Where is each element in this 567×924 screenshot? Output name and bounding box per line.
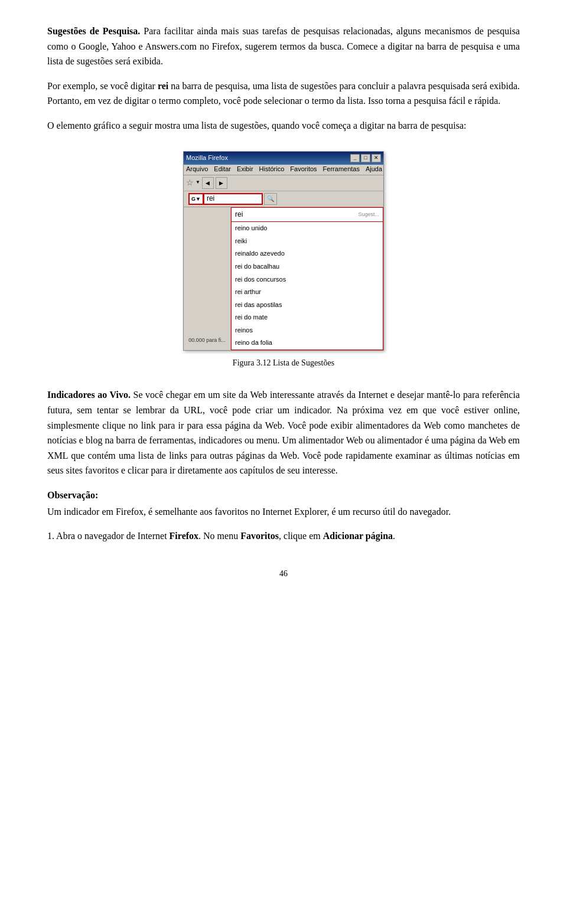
google-badge: G▼	[188, 193, 204, 205]
menu-exibir[interactable]: Exibir	[237, 164, 253, 175]
suggestion-item-7[interactable]: rei do mate	[232, 311, 383, 324]
suggestion-item-2[interactable]: reinaldo azevedo	[232, 247, 383, 260]
search-input[interactable]: rei	[204, 193, 263, 205]
browser-titlebar: Mozilla Firefox _ □ ✕	[184, 152, 383, 165]
paragraph-2: Por exemplo, se você digitar rei na barr…	[47, 79, 520, 109]
close-button[interactable]: ✕	[372, 154, 381, 162]
suggestion-item-0[interactable]: reino unido	[232, 222, 383, 235]
step-1-bold-adicionar: Adicionar página	[323, 531, 393, 541]
search-go-button[interactable]: 🔍	[264, 193, 277, 205]
sidebar-text: 00.000 para fi...	[188, 336, 226, 344]
search-term-display: rei	[235, 209, 243, 220]
menu-favoritos[interactable]: Favoritos	[290, 164, 317, 175]
search-box-container: G▼ rei 🔍	[188, 193, 381, 205]
browser-content-area: 00.000 para fi... rei Sugest... reino un…	[184, 207, 383, 350]
step-1-period: .	[393, 531, 395, 541]
sugest-label: Sugest...	[358, 210, 379, 218]
paragraph-1-bold: Sugestões de Pesquisa.	[47, 26, 140, 36]
answers-link: Answers.com	[145, 41, 197, 51]
menu-editar[interactable]: Editar	[214, 164, 231, 175]
minimize-button[interactable]: _	[350, 154, 360, 162]
content-area: Sugestões de Pesquisa. Para facilitar ai…	[47, 24, 520, 580]
suggestion-item-5[interactable]: rei arthur	[232, 286, 383, 299]
menu-ferramentas[interactable]: Ferramentas	[323, 164, 360, 175]
bookmark-star-icon[interactable]: ☆	[186, 177, 194, 190]
browser-menubar: Arquivo Editar Exibir Histórico Favorito…	[184, 165, 383, 175]
step-1-mid: . No menu	[198, 531, 240, 541]
titlebar-title: Mozilla Firefox	[186, 153, 228, 164]
suggestion-item-3[interactable]: rei do bacalhau	[232, 260, 383, 273]
figure-caption: Figura 3.12 Lista de Sugestões	[233, 357, 334, 370]
suggestion-item-9[interactable]: reino da folia	[232, 337, 383, 350]
suggestion-list: reino unido reiki reinaldo azevedo rei d…	[231, 222, 383, 350]
menu-historico[interactable]: Histórico	[259, 164, 285, 175]
suggestion-item-6[interactable]: rei das apostilas	[232, 299, 383, 312]
suggestion-dropdown: rei Sugest... reino unido reiki reinaldo…	[231, 207, 383, 350]
toolbar-area: ☆ ▼ ◀ ▶	[184, 175, 383, 191]
browser-left-sidebar: 00.000 para fi...	[184, 207, 231, 350]
figure-container: Mozilla Firefox _ □ ✕ Arquivo Editar Exi…	[47, 151, 520, 370]
suggestion-item-1[interactable]: reiki	[232, 235, 383, 248]
paragraph-indicadores: Indicadores ao Vivo. Se você chegar em u…	[47, 387, 520, 478]
menu-arquivo[interactable]: Arquivo	[186, 164, 208, 175]
step-1-start: 1. Abra o navegador de Internet	[47, 531, 170, 541]
paragraph-4-content: Se você chegar em um site da Web interes…	[47, 390, 520, 475]
page-number: 46	[47, 567, 520, 580]
observacao-title: Observação:	[47, 488, 520, 503]
paragraph-1: Sugestões de Pesquisa. Para facilitar ai…	[47, 24, 520, 69]
forward-button[interactable]: ▶	[216, 177, 227, 189]
suggestion-item-4[interactable]: rei dos concursos	[232, 273, 383, 286]
observacao-text: Um indicador em Firefox, é semelhante ao…	[47, 504, 520, 520]
step-1-bold-firefox: Firefox	[170, 531, 198, 541]
observacao-block: Observação: Um indicador em Firefox, é s…	[47, 488, 520, 519]
step-1-bold-favoritos: Favoritos	[240, 531, 279, 541]
menu-ajuda[interactable]: Ajuda	[366, 164, 382, 175]
back-button[interactable]: ◀	[202, 177, 214, 189]
paragraph-3: O elemento gráfico a seguir mostra uma l…	[47, 118, 520, 133]
paragraph-2-start: Por exemplo, se você digitar	[47, 81, 158, 91]
suggestion-item-8[interactable]: reinos	[232, 324, 383, 337]
titlebar-buttons: _ □ ✕	[350, 154, 381, 162]
section-heading: Indicadores ao Vivo.	[47, 390, 131, 400]
step-1: 1. Abra o navegador de Internet Firefox.…	[47, 528, 520, 544]
bookmark-dropdown-icon[interactable]: ▼	[195, 179, 200, 187]
paragraph-2-bold: rei	[158, 81, 168, 91]
browser-screenshot: Mozilla Firefox _ □ ✕ Arquivo Editar Exi…	[183, 151, 384, 351]
browser-search-toolbar: G▼ rei 🔍	[184, 191, 383, 207]
suggestion-header: rei Sugest...	[231, 207, 383, 222]
maximize-button[interactable]: □	[361, 154, 370, 162]
step-1-end: , clique em	[279, 531, 323, 541]
